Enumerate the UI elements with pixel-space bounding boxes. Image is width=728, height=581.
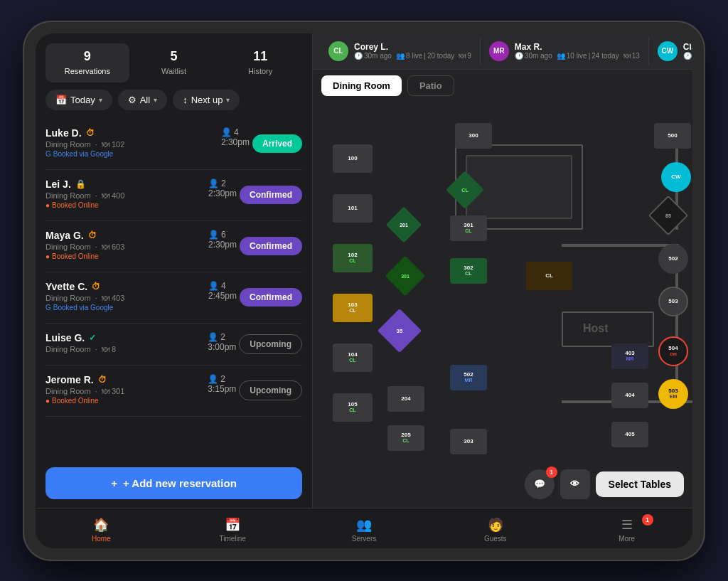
table-row[interactable]: Yvette C. ⏱ Dining Room · 🍽 403 G Booked… [46,272,302,324]
person-icon-5: 👤 [208,332,218,342]
guests-icon: 🧑 [488,517,503,533]
table-icon-2: 🍽 [623,52,631,60]
server-card-cl[interactable]: CL Corey L. 🕐 30m ago 👥 8 live | 20 toda… [320,38,481,65]
bottom-nav: 🏠 Home 📅 Timeline 👥 Servers 🧑 Guests 1 ☰… [36,508,692,548]
table-diamond-dark[interactable]: 85 [648,195,689,235]
table-403-right[interactable]: 403MR [611,343,648,369]
table-500[interactable]: 500 [654,123,691,149]
confirmed-badge-4[interactable]: Confirmed [240,288,302,307]
reservation-list: Luke D. ⏱ Dining Room · 🍽 102 G Booked v… [36,119,312,459]
arrived-badge-1[interactable]: Arrived [252,134,302,153]
plus-icon: + [111,477,117,489]
table-205[interactable]: 205CL [387,425,424,451]
more-icon: ☰ [621,517,633,533]
tabs-header: 9 Reservations 5 Waitlist 11 History [36,33,312,90]
table-row[interactable]: Lei J. 🔒 Dining Room · 🍽 400 ● Booked On… [46,170,302,221]
table-502-center[interactable]: 502MR [450,365,487,390]
table-diamond-green-2[interactable]: CL [446,171,484,209]
timeline-icon: 📅 [225,517,240,533]
status-icon-5: ✓ [89,333,96,343]
table-35[interactable]: 35 [378,308,422,352]
home-icon: 🏠 [93,517,109,533]
table-1: 102 [112,140,124,149]
tab-dining-room[interactable]: Dining Room [321,75,402,96]
confirmed-badge-2[interactable]: Confirmed [240,186,302,204]
nav-guests[interactable]: 🧑 Guests [429,514,561,545]
wall-h-1 [562,244,679,247]
guest-name-5: Luise G. [46,332,85,343]
table-100[interactable]: 100 [333,144,373,173]
server-bar: CL Corey L. 🕐 30m ago 👥 8 live | 20 toda… [313,33,692,70]
table-multi[interactable]: CL [526,262,572,290]
table-204[interactable]: 204 [387,386,424,412]
right-panel: CL Corey L. 🕐 30m ago 👥 8 live | 20 toda… [313,33,692,508]
main-area: 9 Reservations 5 Waitlist 11 History [36,33,692,508]
select-tables-button[interactable]: Select Tables [596,471,684,497]
tab-waitlist[interactable]: 5 Waitlist [132,43,216,82]
status-icon-2: 🔒 [75,179,86,189]
host-area [562,311,654,347]
confirmed-badge-3[interactable]: Confirmed [240,237,302,255]
upcoming-badge-5[interactable]: Upcoming [239,334,302,354]
status-icon-1: ⏱ [86,128,95,138]
nav-more[interactable]: 1 ☰ More [561,514,692,545]
table-diamond-201[interactable]: 201 [386,206,422,242]
clock-icon-3: 🕐 [683,52,692,60]
person-icon-1: 👤 [221,127,232,137]
table-row[interactable]: Maya G. ⏱ Dining Room · 🍽 603 ● Booked O… [46,221,302,272]
table-103[interactable]: 103CL [333,294,373,322]
table-104[interactable]: 104CL [333,343,373,372]
table-301-rect[interactable]: 301CL [450,215,487,241]
tablet-screen: 9 Reservations 5 Waitlist 11 History [36,33,692,548]
sort-icon: ↕ [183,95,188,105]
clock-icon-2: 🕐 [515,52,523,60]
table-302[interactable]: 302CL [450,258,487,284]
table-502-right[interactable]: 502 [658,244,688,274]
calendar-icon: 📅 [55,95,67,105]
table-102[interactable]: 102CL [333,244,373,272]
status-icon-6: ⏱ [98,375,107,385]
people-icon-2: 👥 [557,52,565,60]
chat-notification-dot: 1 [546,467,557,478]
filter-icon: ⚙ [128,95,136,105]
add-reservation-button[interactable]: + + Add new reservation [46,467,302,499]
table-504[interactable]: 504DM [658,336,688,366]
chat-button-wrapper: 💬 1 [525,469,555,499]
sort-filter-button[interactable]: ↕ Next up ▾ [173,90,240,110]
tab-history[interactable]: 11 History [218,43,302,82]
nav-servers[interactable]: 👥 Servers [299,514,430,545]
upcoming-badge-6[interactable]: Upcoming [239,380,302,400]
eye-button[interactable]: 👁 [560,469,590,499]
tab-patio[interactable]: Patio [407,75,454,96]
all-filter-button[interactable]: ⚙ All ▾ [118,90,167,110]
left-panel: 9 Reservations 5 Waitlist 11 History [36,33,313,508]
nav-timeline[interactable]: 📅 Timeline [167,514,299,545]
table-row[interactable]: Jerome R. ⏱ Dining Room · 🍽 301 ● Booked… [46,366,302,417]
table-row[interactable]: Luke D. ⏱ Dining Room · 🍽 102 G Booked v… [46,119,302,170]
table-diamond-301[interactable]: 301 [385,255,426,296]
server-card-mr[interactable]: MR Max R. 🕐 30m ago 👥 10 live | 24 today… [481,38,649,65]
tablet-frame: 9 Reservations 5 Waitlist 11 History [23,21,705,561]
date-filter-button[interactable]: 📅 Today ▾ [46,90,112,110]
server-card-cw[interactable]: CW Claudia W. 🕐 30m ago 👥 14 live | 24 t… [649,38,692,65]
more-badge: 1 [642,514,653,526]
people-icon-1: 👥 [396,52,405,60]
nav-home[interactable]: 🏠 Home [36,514,167,545]
online-icon-3: ● [46,252,50,260]
status-icon-4: ⏱ [92,282,100,292]
table-405[interactable]: 405 [611,422,648,447]
guest-name-3: Maya G. [46,230,84,241]
tab-reservations[interactable]: 9 Reservations [46,43,129,82]
server-avatar-cw: CW [658,41,678,61]
table-503-yellow[interactable]: 503EM [658,379,688,409]
table-503[interactable]: 503 [658,287,688,316]
table-round-cw[interactable]: CW [661,162,691,192]
table-101[interactable]: 101 [333,194,373,223]
table-300[interactable]: 300 [455,123,492,149]
bar-counter [466,155,572,219]
floor-map: Bar Host [313,102,692,508]
table-105[interactable]: 105CL [333,393,373,422]
table-303[interactable]: 303 [450,429,487,454]
table-row[interactable]: Luise G. ✓ Dining Room · 🍽 8 👤 [46,324,302,366]
table-404[interactable]: 404 [611,383,648,408]
